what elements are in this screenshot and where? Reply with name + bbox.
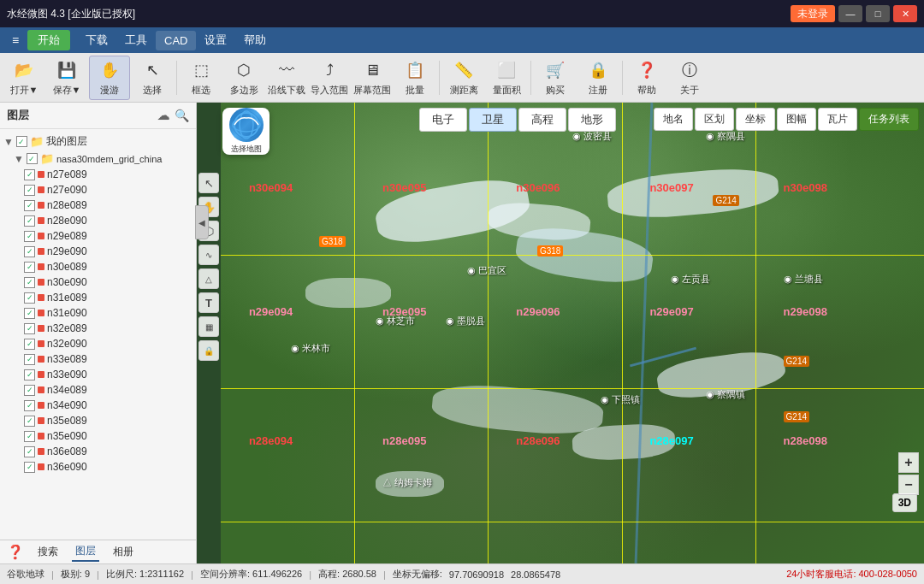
toolbar: 📂 打开▼ 💾 保存▼ ✋ 漫游 ↖ 选择 ⬚ 框选 ⬡ 多边形 〰 沿线下载 … bbox=[0, 53, 924, 103]
list-item[interactable]: ✓ n27e090 bbox=[0, 182, 196, 198]
list-item[interactable]: ✓ n36e089 bbox=[0, 444, 196, 459]
tab-album[interactable]: 相册 bbox=[110, 543, 137, 561]
map-download-tool[interactable]: ▦ bbox=[198, 316, 219, 337]
layer-root[interactable]: ▼ ✓ 📁 我的图层 bbox=[0, 133, 196, 150]
list-item[interactable]: ✓ n30e090 bbox=[0, 274, 196, 290]
polygon-button[interactable]: ⬡ 多边形 bbox=[223, 56, 264, 100]
register-button[interactable]: 🔒 注册 bbox=[578, 56, 619, 100]
layer-checkbox[interactable]: ✓ bbox=[24, 446, 35, 457]
group-checkbox[interactable]: ✓ bbox=[27, 153, 38, 164]
help-question-icon[interactable]: ❓ bbox=[7, 544, 24, 560]
select-button[interactable]: ↖ 选择 bbox=[132, 56, 173, 100]
open-button[interactable]: 📂 打开▼ bbox=[3, 56, 44, 100]
list-item[interactable]: ✓ n29e089 bbox=[0, 228, 196, 244]
layer-checkbox[interactable]: ✓ bbox=[24, 169, 35, 180]
maximize-button[interactable]: □ bbox=[866, 5, 890, 22]
tab-coord[interactable]: 坐标 bbox=[736, 108, 775, 131]
download-line-button[interactable]: 〰 沿线下载 bbox=[266, 56, 307, 100]
menu-tools[interactable]: 工具 bbox=[116, 29, 156, 51]
tab-electronic[interactable]: 电子 bbox=[419, 108, 467, 132]
layer-checkbox[interactable]: ✓ bbox=[24, 339, 35, 350]
map-text-tool[interactable]: T bbox=[198, 292, 219, 313]
login-button[interactable]: 未登录 bbox=[791, 5, 835, 22]
list-item[interactable]: ✓ n30e089 bbox=[0, 259, 196, 274]
cloud-icon[interactable]: ☁ bbox=[157, 109, 169, 122]
layer-checkbox[interactable]: ✓ bbox=[24, 262, 35, 273]
map-line-tool[interactable]: ∿ bbox=[198, 245, 219, 265]
help-button[interactable]: ❓ 帮助 bbox=[626, 56, 667, 100]
measure-dist-button[interactable]: 📏 测距离 bbox=[443, 56, 484, 100]
layer-checkbox[interactable]: ✓ bbox=[24, 354, 35, 365]
batch-button[interactable]: 📋 批量 bbox=[394, 56, 435, 100]
tab-tasklist[interactable]: 任务列表 bbox=[859, 108, 919, 131]
menu-toggle[interactable]: ≡ bbox=[3, 31, 27, 50]
layer-checkbox[interactable]: ✓ bbox=[24, 200, 35, 211]
tab-layer[interactable]: 图层 bbox=[72, 542, 99, 562]
menu-settings[interactable]: 设置 bbox=[196, 29, 235, 51]
map-canvas[interactable]: n30e094 n30e095 n30e096 n30e097 n30e098 … bbox=[221, 103, 924, 563]
search-icon[interactable]: 🔍 bbox=[175, 109, 189, 122]
layer-checkbox[interactable]: ✓ bbox=[24, 185, 35, 196]
about-button[interactable]: ⓘ 关于 bbox=[669, 56, 710, 100]
layer-checkbox[interactable]: ✓ bbox=[24, 292, 35, 304]
layer-checkbox[interactable]: ✓ bbox=[24, 215, 35, 227]
root-checkbox[interactable]: ✓ bbox=[16, 136, 27, 147]
import-button[interactable]: ⤴ 导入范围 bbox=[309, 56, 350, 100]
layer-checkbox[interactable]: ✓ bbox=[24, 385, 35, 396]
layer-checkbox[interactable]: ✓ bbox=[24, 277, 35, 288]
buy-button[interactable]: 🛒 购买 bbox=[535, 56, 576, 100]
menu-cad[interactable]: CAD bbox=[156, 31, 196, 50]
list-item[interactable]: ✓ n28e089 bbox=[0, 198, 196, 213]
list-item[interactable]: ✓ n28e090 bbox=[0, 213, 196, 228]
menu-help[interactable]: 帮助 bbox=[235, 29, 275, 51]
btn-3d[interactable]: 3D bbox=[892, 493, 917, 512]
tab-satellite[interactable]: 卫星 bbox=[469, 108, 517, 132]
layer-checkbox[interactable]: ✓ bbox=[24, 431, 35, 442]
tab-search[interactable]: 搜索 bbox=[34, 543, 62, 561]
tab-elevation[interactable]: 高程 bbox=[518, 108, 566, 132]
layer-checkbox[interactable]: ✓ bbox=[24, 231, 35, 242]
list-item[interactable]: ✓ n29e090 bbox=[0, 244, 196, 259]
list-item[interactable]: ✓ n35e090 bbox=[0, 428, 196, 444]
list-item[interactable]: ✓ n34e089 bbox=[0, 382, 196, 398]
list-item[interactable]: ✓ n33e090 bbox=[0, 367, 196, 382]
save-button[interactable]: 💾 保存▼ bbox=[46, 56, 87, 100]
list-item[interactable]: ✓ n35e089 bbox=[0, 413, 196, 428]
layer-checkbox[interactable]: ✓ bbox=[24, 369, 35, 380]
close-button[interactable]: ✕ bbox=[893, 5, 917, 22]
minimize-button[interactable]: — bbox=[838, 5, 862, 22]
list-item[interactable]: ✓ n34e090 bbox=[0, 398, 196, 413]
layer-checkbox[interactable]: ✓ bbox=[24, 323, 35, 334]
layer-checkbox[interactable]: ✓ bbox=[24, 308, 35, 319]
list-item[interactable]: ✓ n27e089 bbox=[0, 167, 196, 182]
tab-tile[interactable]: 瓦片 bbox=[818, 108, 857, 131]
frame-button[interactable]: ⬚ 框选 bbox=[181, 56, 222, 100]
map-measure-tool[interactable]: △ bbox=[198, 268, 219, 289]
roam-button[interactable]: ✋ 漫游 bbox=[89, 56, 130, 100]
start-button[interactable]: 开始 bbox=[27, 30, 70, 50]
tab-terrain[interactable]: 地形 bbox=[568, 108, 616, 132]
layer-group[interactable]: ▼ ✓ 📁 nasa30mdem_grid_china bbox=[0, 150, 196, 167]
sidebar-collapse-button[interactable]: ◀ bbox=[195, 205, 209, 239]
list-item[interactable]: ✓ n32e089 bbox=[0, 321, 196, 336]
layer-checkbox[interactable]: ✓ bbox=[24, 246, 35, 257]
zoom-in-button[interactable]: + bbox=[898, 452, 919, 473]
measure-area-button[interactable]: ⬜ 量面积 bbox=[486, 56, 527, 100]
layer-checkbox[interactable]: ✓ bbox=[24, 400, 35, 411]
list-item[interactable]: ✓ n32e090 bbox=[0, 336, 196, 351]
tab-placename[interactable]: 地名 bbox=[654, 108, 693, 131]
screen-button[interactable]: 🖥 屏幕范围 bbox=[352, 56, 393, 100]
tab-mapsheet[interactable]: 图幅 bbox=[777, 108, 816, 131]
list-item[interactable]: ✓ n31e090 bbox=[0, 305, 196, 321]
map-pointer-tool[interactable]: ↖ bbox=[198, 173, 219, 193]
map-area[interactable]: 选择地图 ↖ ✋ ⬡ ∿ △ T ▦ 🔒 bbox=[197, 103, 924, 563]
layer-checkbox[interactable]: ✓ bbox=[24, 416, 35, 427]
layer-checkbox[interactable]: ✓ bbox=[24, 462, 35, 473]
list-item[interactable]: ✓ n36e090 bbox=[0, 459, 196, 475]
menu-download[interactable]: 下载 bbox=[77, 29, 116, 51]
zoom-out-button[interactable]: − bbox=[898, 475, 919, 495]
map-upload-tool[interactable]: 🔒 bbox=[198, 340, 219, 361]
tab-district[interactable]: 区划 bbox=[695, 108, 734, 131]
list-item[interactable]: ✓ n31e089 bbox=[0, 290, 196, 305]
list-item[interactable]: ✓ n33e089 bbox=[0, 351, 196, 367]
